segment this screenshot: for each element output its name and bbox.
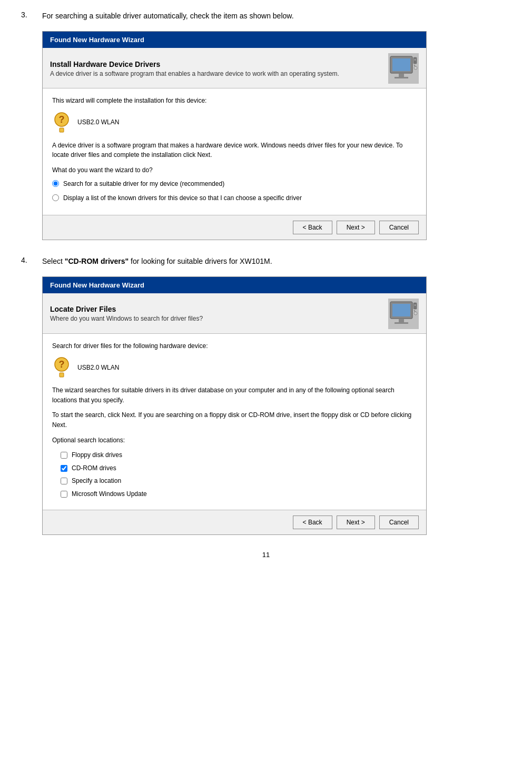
wizard2-check2[interactable]	[61, 465, 67, 472]
wizard2-body1: The wizard searches for suitable drivers…	[52, 385, 417, 405]
step4-text-before: Select	[42, 257, 65, 265]
step4-text: Select "CD-ROM drivers" for looking for …	[42, 256, 272, 267]
wizard2-next-button[interactable]: Next >	[337, 516, 375, 529]
wizard2-dialog: Found New Hardware Wizard Locate Driver …	[42, 276, 427, 535]
svg-rect-10	[60, 128, 64, 132]
wizard2-check2-label: CD-ROM drives	[72, 463, 116, 473]
wizard2-check1-option[interactable]: Floppy disk drives	[61, 450, 417, 460]
svg-rect-14	[395, 322, 408, 324]
wizard1-icon	[388, 53, 419, 84]
wizard2-title: Locate Driver Files	[50, 305, 388, 313]
question-mark-icon2: ?	[52, 356, 71, 379]
wizard2-title-text: Locate Driver Files Where do you want Wi…	[50, 305, 388, 322]
hardware-icon2	[388, 300, 419, 328]
step3-text: For searching a suitable driver automati…	[42, 11, 294, 22]
wizard1-next-button[interactable]: Next >	[337, 221, 375, 234]
wizard1-radio1[interactable]	[52, 180, 59, 187]
svg-text:?: ?	[59, 359, 65, 370]
wizard1-body1: A device driver is a software program th…	[52, 141, 417, 160]
wizard2-icon	[388, 299, 419, 329]
svg-rect-16	[415, 304, 416, 306]
step3-line: 3. For searching a suitable driver autom…	[21, 11, 511, 22]
wizard2-title-bar: Locate Driver Files Where do you want Wi…	[43, 293, 426, 334]
svg-point-7	[414, 66, 417, 70]
question-mark-icon: ?	[52, 111, 71, 134]
wizard1-radio1-label: Search for a suitable driver for my devi…	[63, 179, 224, 189]
wizard1-device-row: ? USB2.0 WLAN	[52, 111, 417, 134]
svg-rect-5	[415, 59, 416, 61]
wizard1-back-button[interactable]: < Back	[293, 221, 332, 234]
wizard1-question: What do you want the wizard to do?	[52, 165, 417, 175]
svg-rect-1	[392, 58, 410, 71]
wizard2-check3-option[interactable]: Specify a location	[61, 476, 417, 486]
wizard1-title-text: Install Hardware Device Drivers A device…	[50, 60, 388, 77]
wizard2-device-name: USB2.0 WLAN	[77, 363, 119, 373]
wizard2-device-row: ? USB2.0 WLAN	[52, 356, 417, 379]
wizard2-check1-label: Floppy disk drives	[72, 450, 122, 460]
wizard2-body2: To start the search, click Next. If you …	[52, 410, 417, 430]
wizard1-footer: < Back Next > Cancel	[43, 215, 426, 240]
svg-rect-13	[399, 319, 404, 322]
wizard2-intro: Search for driver files for the followin…	[52, 341, 417, 351]
wizard2-check1[interactable]	[61, 452, 67, 459]
wizard1-dialog: Found New Hardware Wizard Install Hardwa…	[42, 31, 427, 240]
wizard2-cancel-button[interactable]: Cancel	[379, 516, 419, 529]
wizard1-radio2-label: Display a list of the known drivers for …	[63, 193, 302, 203]
wizard2-check3-label: Specify a location	[72, 476, 121, 486]
wizard1-radio2[interactable]	[52, 194, 59, 201]
wizard1-radio1-option[interactable]: Search for a suitable driver for my devi…	[52, 179, 417, 189]
svg-rect-12	[392, 304, 410, 316]
wizard2-footer: < Back Next > Cancel	[43, 510, 426, 534]
wizard1-body: This wizard will complete the installati…	[43, 88, 426, 215]
wizard1-title-bar: Install Hardware Device Drivers A device…	[43, 48, 426, 88]
hardware-icon	[388, 54, 419, 83]
wizard2-header: Found New Hardware Wizard	[43, 277, 426, 293]
step4-number: 4.	[21, 256, 42, 264]
wizard1-cancel-button[interactable]: Cancel	[379, 221, 419, 234]
wizard1-subtitle: A device driver is a software program th…	[50, 70, 388, 77]
step4-bold: "CD-ROM drivers"	[65, 257, 129, 265]
svg-rect-3	[395, 77, 408, 78]
wizard1-radio2-option[interactable]: Display a list of the known drivers for …	[52, 193, 417, 203]
wizard2-back-button[interactable]: < Back	[293, 516, 332, 529]
svg-rect-21	[60, 373, 64, 377]
wizard2-subtitle: Where do you want Windows to search for …	[50, 315, 388, 322]
step4-line: 4. Select "CD-ROM drivers" for looking f…	[21, 256, 511, 267]
wizard1-header: Found New Hardware Wizard	[43, 32, 426, 48]
svg-text:?: ?	[59, 114, 65, 125]
svg-point-18	[414, 312, 417, 315]
wizard1-device-name: USB2.0 WLAN	[77, 117, 119, 127]
step3-number: 3.	[21, 11, 42, 19]
svg-rect-2	[399, 74, 404, 77]
wizard2-check4-option[interactable]: Microsoft Windows Update	[61, 489, 417, 499]
wizard1-intro: This wizard will complete the installati…	[52, 96, 417, 106]
wizard1-title: Install Hardware Device Drivers	[50, 60, 388, 68]
wizard2-body: Search for driver files for the followin…	[43, 334, 426, 510]
wizard2-check4[interactable]	[61, 491, 67, 498]
wizard2-check3[interactable]	[61, 478, 67, 484]
wizard2-check2-option[interactable]: CD-ROM drives	[61, 463, 417, 473]
wizard2-check4-label: Microsoft Windows Update	[72, 489, 147, 499]
wizard2-optional-label: Optional search locations:	[52, 435, 417, 445]
page-number: 11	[21, 551, 511, 559]
step4-text-after: for looking for suitable drivers for XW1…	[129, 257, 272, 265]
